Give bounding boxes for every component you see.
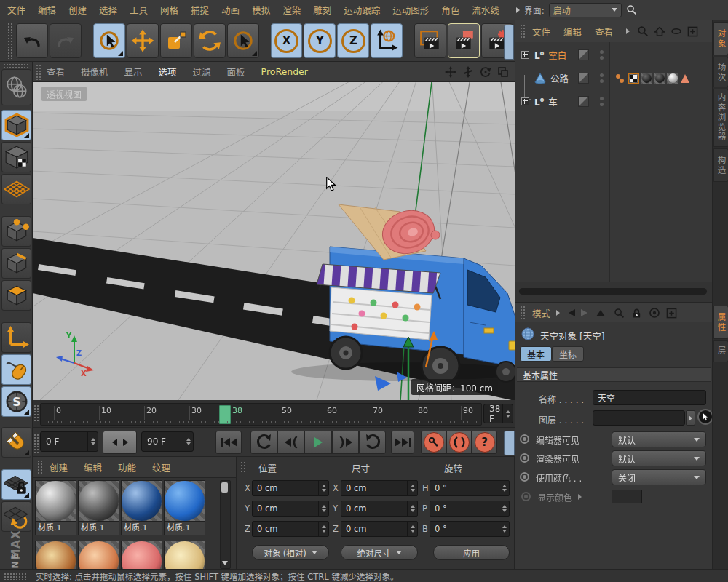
selection-tool-variant[interactable] — [227, 23, 259, 58]
coords-grip[interactable] — [240, 461, 245, 474]
enable-axis-button[interactable] — [1, 322, 31, 353]
texture-mode-button[interactable] — [1, 142, 31, 172]
search-icon[interactable] — [626, 4, 637, 15]
uvw-tag-icon[interactable] — [628, 73, 639, 84]
visibility-dots[interactable] — [600, 97, 604, 106]
chevron-right-icon[interactable] — [556, 310, 560, 316]
viewport-solo-button[interactable] — [1, 354, 31, 385]
rot-b-field[interactable]: 0 ° — [430, 521, 510, 537]
lock-z-axis-button[interactable]: Z — [337, 23, 369, 58]
range-nudge-buttons[interactable] — [103, 431, 137, 454]
tab-coordinates[interactable]: 坐标 — [552, 346, 584, 362]
om-add-icon[interactable] — [687, 26, 698, 37]
rotate-view-icon[interactable] — [480, 66, 491, 78]
model-mode-button[interactable] — [1, 110, 31, 140]
om-menu-file[interactable]: 文件 — [532, 25, 550, 39]
material-tag-icon[interactable] — [667, 73, 678, 84]
rotate-tool[interactable] — [194, 23, 226, 58]
toggle-view-icon[interactable] — [497, 66, 509, 78]
range-start-spinner[interactable] — [87, 432, 98, 451]
coord-mode-dropdown[interactable]: 对象 (相对) — [252, 545, 329, 560]
solo-mode-button[interactable]: S — [1, 386, 31, 417]
am-target-icon[interactable] — [649, 307, 660, 319]
lock-x-axis-button[interactable]: X — [271, 23, 303, 58]
side-tab-objects[interactable]: 对象 — [713, 22, 728, 55]
lock-y-axis-button[interactable]: Y — [304, 23, 336, 58]
editor-visibility-dropdown[interactable]: 默认 — [612, 431, 706, 447]
materials-menu-function[interactable]: 功能 — [118, 461, 136, 474]
material-thumbnail[interactable] — [121, 541, 162, 569]
menu-select[interactable]: 选择 — [99, 3, 117, 17]
range-end-spinner[interactable] — [183, 432, 193, 451]
am-grip[interactable] — [520, 306, 525, 320]
materials-grip[interactable] — [37, 460, 42, 474]
rot-p-field[interactable]: 0 ° — [430, 501, 510, 517]
history-back-icon[interactable] — [569, 309, 575, 316]
vp-menu-view[interactable]: 查看 — [47, 65, 65, 79]
menu-tools[interactable]: 工具 — [130, 3, 148, 17]
polygon-mode-button[interactable] — [1, 280, 31, 311]
size-mode-dropdown[interactable]: 绝对尺寸 — [341, 545, 418, 560]
layer-picker-button[interactable] — [697, 409, 713, 425]
menu-file[interactable]: 文件 — [7, 3, 25, 17]
object-name[interactable]: 车 — [548, 95, 558, 108]
zoom-view-icon[interactable] — [462, 66, 474, 78]
name-field[interactable]: 天空 — [593, 390, 706, 405]
viewport-canvas[interactable]: Y Z X 透视视图 网格间距：100 cm — [33, 82, 515, 400]
enable-snap-button[interactable] — [1, 427, 31, 458]
material-thumbnail[interactable] — [35, 480, 76, 522]
menu-animate[interactable]: 动画 — [221, 3, 240, 17]
section-basic-properties[interactable]: 基本属性 — [517, 367, 711, 382]
palette-grip[interactable] — [3, 63, 29, 68]
interface-dropdown[interactable]: 启动 — [549, 3, 622, 17]
layer-browse-button[interactable] — [686, 410, 695, 426]
om-home-icon[interactable] — [654, 25, 665, 37]
am-lock-icon[interactable] — [631, 308, 642, 319]
play-button[interactable] — [304, 431, 332, 454]
pos-z-field[interactable]: 0 cm — [252, 521, 329, 537]
side-tab-content-browser[interactable]: 内容浏览器 — [713, 89, 728, 147]
range-end-field[interactable]: 90 F — [141, 431, 194, 452]
vp-menu-camera[interactable]: 摄像机 — [81, 65, 108, 79]
current-frame-field[interactable]: 38 F — [483, 404, 513, 423]
material-thumbnail[interactable] — [164, 541, 205, 569]
side-tab-takes[interactable]: 场次 — [713, 57, 728, 87]
history-forward-icon[interactable] — [581, 309, 587, 316]
menu-overflow-icon[interactable] — [626, 28, 630, 34]
materials-menu-create[interactable]: 创建 — [50, 461, 68, 474]
display-color-swatch[interactable] — [612, 490, 642, 503]
material-name[interactable]: 材质.1 — [164, 522, 205, 535]
keying-options-button[interactable]: ? — [472, 431, 497, 454]
om-grip[interactable] — [520, 24, 525, 39]
pos-y-field[interactable]: 0 cm — [252, 501, 329, 517]
side-tab-layers[interactable]: 层 — [713, 340, 728, 362]
lock-workplane-button[interactable] — [1, 469, 31, 500]
pos-x-field[interactable]: 0 cm — [252, 480, 329, 496]
menu-mesh[interactable]: 网格 — [160, 3, 178, 17]
play-forwards-button[interactable] — [359, 431, 386, 454]
scrollbar-thumb[interactable] — [221, 482, 228, 493]
vp-menu-options[interactable]: 选项 — [159, 65, 177, 79]
tab-basic[interactable]: 基本 — [520, 346, 552, 362]
viewport-menubar-grip[interactable] — [36, 64, 41, 80]
partial-toolbar-button[interactable] — [504, 25, 514, 60]
motion-tracker-button[interactable] — [414, 23, 446, 58]
points-mode-button[interactable] — [1, 216, 31, 247]
transport-grip[interactable] — [33, 434, 39, 453]
size-y-field[interactable]: 0 cm — [341, 501, 418, 517]
expand-icon[interactable] — [521, 97, 529, 105]
playhead[interactable] — [219, 405, 231, 424]
visibility-dots[interactable] — [600, 73, 604, 83]
layer-swatch[interactable] — [578, 96, 589, 107]
layer-swatch[interactable] — [578, 73, 589, 84]
goto-end-button[interactable] — [391, 431, 414, 454]
object-name[interactable]: 公路 — [550, 71, 569, 85]
om-horizontal-scrollbar[interactable] — [519, 288, 707, 295]
menu-snap[interactable]: 捕捉 — [191, 3, 209, 17]
convert-editable-button[interactable] — [1, 69, 31, 105]
record-keyframe-button[interactable] — [421, 431, 446, 454]
materials-scrollbar[interactable] — [220, 480, 231, 569]
partial-transport-button[interactable] — [504, 431, 515, 455]
material-thumbnail[interactable] — [164, 480, 205, 522]
motion-tracker-graph-button[interactable] — [448, 23, 480, 58]
